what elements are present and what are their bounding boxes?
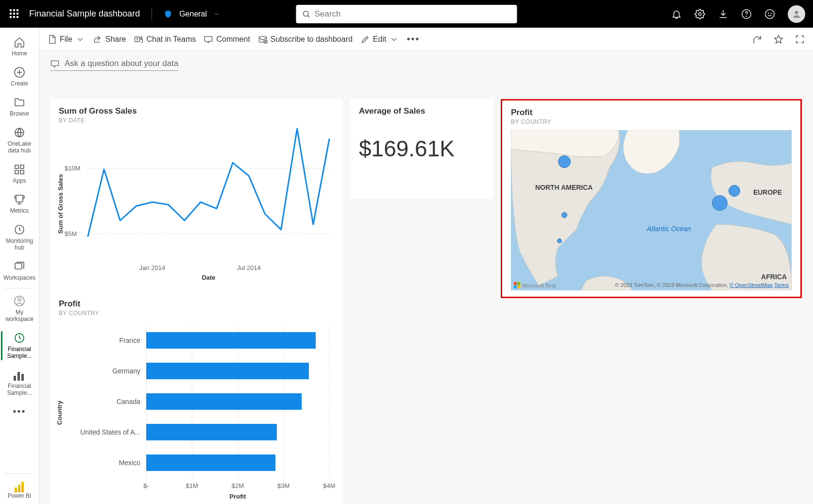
category-label: France: [119, 336, 146, 344]
terms-link[interactable]: Terms: [774, 282, 789, 288]
map-credit: © 2023 TomTom, © 2023 Microsoft Corporat…: [615, 282, 728, 288]
rail-label: Power BI: [8, 492, 32, 499]
tile-subtitle: BY DATE: [59, 117, 334, 124]
rail-financial-sample-dashboard[interactable]: Financial Sample...: [0, 327, 39, 364]
favorite-star-icon[interactable]: [773, 34, 784, 45]
search-box[interactable]: [296, 5, 517, 23]
bar[interactable]: [146, 363, 309, 379]
tile-title: Average of Sales: [359, 106, 485, 116]
top-app-bar: Financial Sample dashboard General: [0, 0, 813, 28]
sensitivity-label[interactable]: General: [179, 10, 207, 18]
cmd-label: Comment: [216, 35, 250, 44]
tile-gross-sales-line[interactable]: Sum of Gross Sales BY DATE Sum of Gross …: [50, 99, 343, 296]
tile-subtitle: BY COUNTRY: [511, 118, 792, 125]
osm-link[interactable]: © OpenStreetMap: [729, 282, 773, 288]
rail-home[interactable]: Home: [0, 32, 39, 62]
rail-powerbi[interactable]: Power BI: [0, 476, 39, 504]
command-bar: File Share Chat in Teams Comment Subscri…: [39, 28, 813, 51]
y-axis-label: Country: [56, 401, 63, 425]
map-attribution: Microsoft Bing © 2023 TomTom, © 2023 Mic…: [514, 282, 789, 288]
cmd-label: Subscribe to dashboard: [271, 35, 353, 44]
bar[interactable]: [146, 424, 277, 440]
divider: [5, 473, 34, 474]
y-tick: $10M: [65, 165, 81, 172]
category-label: Germany: [112, 367, 146, 375]
rail-label: Create: [11, 80, 28, 87]
fullscreen-icon[interactable]: [795, 34, 805, 45]
map-label-af: AFRICA: [761, 273, 787, 281]
rail-onelake[interactable]: OneLake data hub: [0, 122, 39, 159]
rail-create[interactable]: Create: [0, 62, 39, 92]
plot-area: Profit $-$1M$2M$3M$4MFranceGermanyCanada…: [146, 325, 329, 478]
map-bubble-france[interactable]: [728, 185, 740, 197]
map-svg: [511, 130, 792, 290]
tile-profit-bar[interactable]: Profit BY COUNTRY Country Profit $-$1M$2…: [50, 292, 343, 504]
notifications-icon[interactable]: [671, 9, 682, 19]
svg-point-1: [698, 13, 701, 16]
tile-average-sales-card[interactable]: Average of Sales $169.61K: [350, 99, 493, 199]
rail-browse[interactable]: Browse: [0, 92, 39, 122]
subscribe-button[interactable]: Subscribe to dashboard: [258, 34, 353, 44]
map-bubble-usa[interactable]: [561, 212, 567, 218]
download-icon[interactable]: [718, 9, 728, 19]
tile-profit-map[interactable]: Profit BY COUNTRY NORTH AMERICA: [501, 99, 802, 298]
rail-financial-sample-report[interactable]: Financial Sample...: [0, 364, 39, 401]
share-button[interactable]: Share: [93, 34, 126, 44]
file-button[interactable]: File: [47, 34, 85, 44]
edit-button[interactable]: Edit: [360, 34, 399, 44]
comment-icon: [50, 59, 60, 68]
cmd-label: File: [60, 35, 72, 44]
rail-monitoring[interactable]: Monitoring hub: [0, 219, 39, 256]
subscribe-icon: [258, 34, 268, 44]
search-icon: [302, 10, 311, 18]
y-axis-label: Sum of Gross Sales: [57, 174, 64, 234]
svg-point-3: [746, 16, 747, 17]
svg-rect-12: [15, 170, 18, 174]
refresh-icon[interactable]: [752, 34, 762, 45]
rail-label: Metrics: [10, 207, 29, 214]
tile-subtitle: BY COUNTRY: [59, 310, 334, 317]
x-tick: $1M: [186, 482, 198, 489]
map-bubble-germany[interactable]: [712, 195, 728, 211]
category-label: Mexico: [119, 459, 146, 467]
file-icon: [47, 34, 57, 44]
svg-rect-10: [15, 165, 18, 168]
bar-chart-icon: [14, 369, 25, 381]
rail-metrics[interactable]: Metrics: [0, 189, 39, 219]
bar[interactable]: [146, 454, 275, 471]
map-area[interactable]: NORTH AMERICA EUROPE AFRICA Atlantic Oce…: [511, 130, 792, 290]
comment-button[interactable]: Comment: [203, 34, 250, 44]
help-icon[interactable]: [741, 9, 752, 19]
map-bubble-mexico[interactable]: [557, 238, 562, 243]
rail-my-workspace[interactable]: My workspace: [0, 290, 39, 327]
map-label-na: NORTH AMERICA: [535, 184, 593, 191]
rail-label: Workspaces: [3, 274, 35, 281]
feedback-smile-icon[interactable]: [764, 9, 775, 19]
chevron-down-icon[interactable]: [214, 11, 220, 17]
plot-area: Date $5M$10MJan 2014Jul 2014: [88, 129, 329, 260]
settings-gear-icon[interactable]: [694, 9, 705, 19]
svg-point-0: [304, 11, 309, 17]
qna-input[interactable]: Ask a question about your data: [50, 57, 178, 71]
left-nav-rail: Home Create Browse OneLake data hub Apps…: [0, 28, 39, 504]
topbar-actions: [671, 5, 805, 23]
rail-workspaces[interactable]: Workspaces: [0, 256, 39, 286]
share-icon: [93, 34, 102, 44]
x-tick: $-: [143, 482, 149, 489]
map-bubble-canada[interactable]: [558, 155, 571, 168]
account-avatar[interactable]: [788, 5, 805, 23]
divider: [5, 288, 34, 288]
search-input[interactable]: [315, 9, 511, 19]
chat-teams-button[interactable]: Chat in Teams: [134, 34, 196, 44]
more-options-button[interactable]: •••: [406, 34, 420, 45]
x-axis-label: Date: [202, 274, 215, 281]
bar[interactable]: [146, 393, 302, 410]
bar[interactable]: [146, 332, 316, 349]
rail-label: Browse: [10, 110, 29, 117]
rail-more-icon[interactable]: •••: [0, 401, 39, 422]
cmd-label: Chat in Teams: [146, 35, 196, 44]
rail-label: OneLake data hub: [2, 140, 37, 154]
document-title: Financial Sample dashboard: [29, 9, 140, 19]
app-launcher-icon[interactable]: [10, 9, 19, 19]
rail-apps[interactable]: Apps: [0, 159, 39, 189]
